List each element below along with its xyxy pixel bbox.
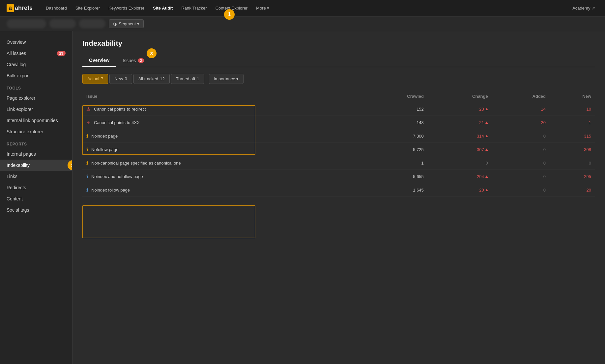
new-cell: 315 — [550, 129, 595, 143]
change-cell: 21 — [428, 116, 492, 129]
arrow-up-icon — [485, 121, 488, 124]
added-cell: 0 — [492, 143, 550, 156]
table-row[interactable]: ⚠ Canonical points to 4XX 148 21 20 — [82, 116, 595, 129]
new-cell: 20 — [550, 183, 595, 197]
table-header: Issue Crawled Change Added New — [82, 91, 595, 102]
segment-icon: ◑ — [113, 21, 117, 26]
table-row[interactable]: ℹ Nofollow page 5,725 307 0 308 — [82, 143, 595, 156]
crawled-cell: 5,655 — [361, 170, 428, 183]
filter-turned-off[interactable]: Turned off 1 — [171, 74, 204, 84]
tab-issues[interactable]: Issues 2 3 — [116, 54, 151, 67]
crawled-cell: 5,725 — [361, 143, 428, 156]
sidebar-item-content[interactable]: Content — [0, 193, 72, 204]
sidebar-item-internal-pages[interactable]: Internal pages — [0, 148, 72, 160]
change-cell: 20 — [428, 183, 492, 197]
annotation-2: 2 — [68, 160, 72, 170]
segment-button[interactable]: ◑ Segment ▾ — [109, 19, 144, 28]
importance-dropdown[interactable]: Importance ▾ — [209, 74, 244, 84]
new-cell: 295 — [550, 170, 595, 183]
table-body: ⚠ Canonical points to redirect 152 23 14 — [82, 102, 595, 197]
highlight-box-2 — [82, 205, 255, 238]
new-cell: 10 — [550, 102, 595, 116]
nav-academy[interactable]: Academy ↗ — [569, 4, 598, 13]
arrow-up-icon — [485, 108, 488, 110]
filter-new[interactable]: New 0 — [109, 74, 132, 84]
change-cell: 0 — [428, 156, 492, 170]
nav-site-explorer[interactable]: Site Explorer — [72, 4, 103, 13]
filter-bar: Actual 7 New 0 All tracked 12 Turned off… — [82, 74, 595, 84]
crawled-cell: 1,645 — [361, 183, 428, 197]
segment-label: Segment ▾ — [119, 21, 139, 26]
issue-name-cell: ⚠ Canonical points to redirect — [82, 102, 361, 116]
nav-rank-tracker[interactable]: Rank Tracker — [178, 4, 210, 13]
main-content: Indexability Overview Issues 2 3 Actual … — [72, 31, 605, 364]
issue-name-cell: ℹ Non-canonical page specified as canoni… — [82, 156, 361, 170]
info-icon: ℹ — [86, 147, 88, 152]
sidebar-item-page-explorer[interactable]: Page explorer — [0, 92, 72, 104]
table-wrapper: Issue Crawled Change Added New ⚠ Canonic… — [82, 91, 595, 197]
filter-all-tracked[interactable]: All tracked 12 — [133, 74, 170, 84]
sidebar-item-bulk-export[interactable]: Bulk export — [0, 70, 72, 81]
change-cell: 307 — [428, 143, 492, 156]
info-icon: ℹ — [86, 160, 88, 166]
sidebar-item-internal-link-opportunities[interactable]: Internal link opportunities — [0, 115, 72, 126]
sidebar-item-structure-explorer[interactable]: Structure explorer — [0, 126, 72, 137]
tools-section-label: Tools — [0, 81, 72, 92]
sidebar-item-crawl-log[interactable]: Crawl log — [0, 59, 72, 70]
nav-site-audit[interactable]: Site Audit — [150, 4, 176, 13]
tab-overview[interactable]: Overview — [82, 54, 116, 67]
col-change: Change — [428, 91, 492, 102]
new-cell: 0 — [550, 156, 595, 170]
nav-more[interactable]: More ▾ — [253, 4, 273, 13]
nav-links: Dashboard Site Explorer Keywords Explore… — [43, 4, 598, 13]
table-row[interactable]: ℹ Noindex follow page 1,645 20 0 — [82, 183, 595, 197]
logo-text: ahrefs — [15, 5, 33, 12]
table-row[interactable]: ℹ Noindex and nofollow page 5,655 294 0 — [82, 170, 595, 183]
logo[interactable]: a ahrefs — [7, 4, 33, 12]
warning-icon: ⚠ — [86, 120, 91, 125]
table-row[interactable]: ℹ Non-canonical page specified as canoni… — [82, 156, 595, 170]
warning-icon: ⚠ — [86, 106, 91, 112]
added-cell: 0 — [492, 170, 550, 183]
col-crawled: Crawled — [361, 91, 428, 102]
added-cell: 20 — [492, 116, 550, 129]
nav-keywords-explorer[interactable]: Keywords Explorer — [105, 4, 148, 13]
filter-actual[interactable]: Actual 7 — [82, 74, 108, 84]
logo-icon: a — [7, 4, 14, 12]
new-cell: 308 — [550, 143, 595, 156]
arrow-up-icon — [485, 148, 488, 151]
added-cell: 0 — [492, 129, 550, 143]
arrow-up-icon — [485, 175, 488, 178]
sidebar-item-overview[interactable]: Overview — [0, 37, 72, 48]
nav-dashboard[interactable]: Dashboard — [43, 4, 70, 13]
page-title: Indexability — [82, 39, 595, 48]
sidebar-item-indexability[interactable]: Indexability 2 — [0, 160, 72, 171]
sidebar-item-all-issues[interactable]: All issues 23 — [0, 48, 72, 59]
blurred-site-selector — [7, 19, 46, 28]
annotation-3: 3 — [147, 48, 157, 58]
info-blue-icon: ℹ — [86, 187, 88, 193]
issue-name-cell: ℹ Noindex and nofollow page — [82, 170, 361, 183]
table-row[interactable]: ℹ Noindex page 7,300 314 0 315 — [82, 129, 595, 143]
issues-table: Issue Crawled Change Added New ⚠ Canonic… — [82, 91, 595, 197]
all-issues-badge: 23 — [57, 51, 66, 56]
issue-name-cell: ⚠ Canonical points to 4XX — [82, 116, 361, 129]
table-row[interactable]: ⚠ Canonical points to redirect 152 23 14 — [82, 102, 595, 116]
change-cell: 314 — [428, 129, 492, 143]
issues-tab-badge: 2 — [138, 58, 144, 63]
crawled-cell: 152 — [361, 102, 428, 116]
crawled-cell: 148 — [361, 116, 428, 129]
added-cell: 14 — [492, 102, 550, 116]
sidebar-item-redirects[interactable]: Redirects — [0, 182, 72, 193]
issue-name-cell: ℹ Noindex follow page — [82, 183, 361, 197]
sidebar-item-link-explorer[interactable]: Link explorer — [0, 104, 72, 115]
info-icon: ℹ — [86, 133, 88, 139]
change-cell: 23 — [428, 102, 492, 116]
col-new: New — [550, 91, 595, 102]
arrow-up-icon — [485, 135, 488, 137]
blurred-crawl-info — [49, 19, 76, 28]
issue-name-cell: ℹ Nofollow page — [82, 143, 361, 156]
sidebar-item-social-tags[interactable]: Social tags — [0, 204, 72, 216]
sidebar-item-links[interactable]: Links — [0, 171, 72, 182]
blurred-extra — [79, 19, 105, 28]
